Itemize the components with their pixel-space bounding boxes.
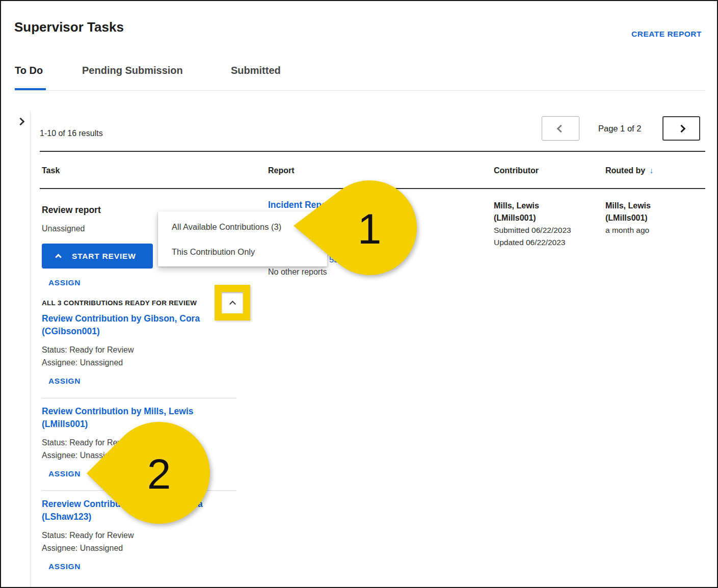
sort-desc-icon[interactable]: ↓ [649,166,653,175]
menu-item-this-contribution-only[interactable]: This Contribution Only [158,239,327,264]
contribution-status: Status: Ready for Review Assignee: Unass… [42,343,240,369]
assign-report-link[interactable]: ASSIGN [48,278,81,287]
task-title: Review report [42,205,101,216]
table-header-border [40,188,705,189]
contributor-updated: Updated 06/22/2023 [494,236,571,249]
previous-page-button[interactable] [542,116,579,141]
column-header-contributor[interactable]: Contributor [494,166,539,175]
no-other-reports-text: No other reports [268,268,327,277]
chevron-right-icon [677,124,685,132]
tabs-baseline [15,90,705,91]
tab-pending-submission[interactable]: Pending Submission [82,65,183,76]
next-page-button[interactable] [662,116,700,141]
contributions-ready-header: ALL 3 CONTRIBUTIONS READY FOR REVIEW [42,299,197,307]
tab-submitted[interactable]: Submitted [231,65,281,76]
highlight-annotation-box [215,285,250,320]
supervisor-tasks-page: Supervisor Tasks CREATE REPORT To Do Pen… [0,0,718,588]
contributor-submitted: Submitted 06/22/2023 [494,224,571,236]
assign-contribution-link[interactable]: ASSIGN [48,562,240,571]
contribution-status: Status: Ready for Review Assignee: Unass… [42,529,240,554]
contribution-item: Rereview Contribution by Shaw, Lyvia (LS… [42,498,240,571]
contribution-item: Review Contribution by Mills, Lewis (LMi… [42,405,240,478]
callout-number: 1 [358,205,382,253]
routed-by-username: (LMills001) [605,212,651,224]
chevron-up-icon [55,254,62,260]
results-count: 1-10 of 16 results [40,129,103,138]
collapse-contributions-button[interactable] [222,292,243,313]
tab-to-do[interactable]: To Do [15,65,43,76]
chevron-up-icon [229,301,236,307]
contribution-divider [42,490,236,491]
routed-by-cell: Mills, Lewis (LMills001) a month ago [605,200,651,236]
menu-item-all-available-contributions[interactable]: All Available Contributions (3) [158,215,327,239]
create-report-button[interactable]: CREATE REPORT [631,30,702,39]
column-header-report[interactable]: Report [268,166,295,175]
contribution-link[interactable]: Rereview Contribution by Shaw, Lyvia (LS… [42,498,240,523]
task-assignment: Unassigned [42,224,85,233]
chevron-left-icon [556,124,565,132]
start-review-button[interactable]: START REVIEW [42,244,153,269]
column-header-task[interactable]: Task [42,166,60,175]
contribution-link[interactable]: Review Contribution by Gibson, Cora (CGi… [42,312,240,338]
routed-by-name: Mills, Lewis [605,200,651,212]
column-header-routed-by[interactable]: Routed by↓ [605,166,653,175]
assign-contribution-link[interactable]: ASSIGN [48,469,240,478]
panel-divider [30,112,31,588]
contributor-cell: Mills, Lewis (LMills001) Submitted 06/22… [494,200,571,249]
contributor-username: (LMills001) [494,212,571,224]
contribution-link[interactable]: Review Contribution by Mills, Lewis (LMi… [42,405,240,431]
contribution-item: Review Contribution by Gibson, Cora (CGi… [42,312,240,386]
start-review-dropdown-menu: All Available Contributions (3) This Con… [158,211,327,266]
contribution-divider [42,398,236,398]
panel-expand-icon[interactable] [17,118,25,126]
report-link[interactable]: Incident Report [268,200,333,210]
routed-by-time: a month ago [605,224,651,236]
page-indicator: Page 1 of 2 [598,124,641,133]
contribution-status: Status: Ready for Review Assignee: Unass… [42,436,240,462]
page-title: Supervisor Tasks [14,19,124,35]
table-top-border [40,151,705,152]
contributor-name: Mills, Lewis [494,200,571,212]
report-number[interactable]: 531 [329,255,343,264]
assign-contribution-link[interactable]: ASSIGN [48,377,240,386]
